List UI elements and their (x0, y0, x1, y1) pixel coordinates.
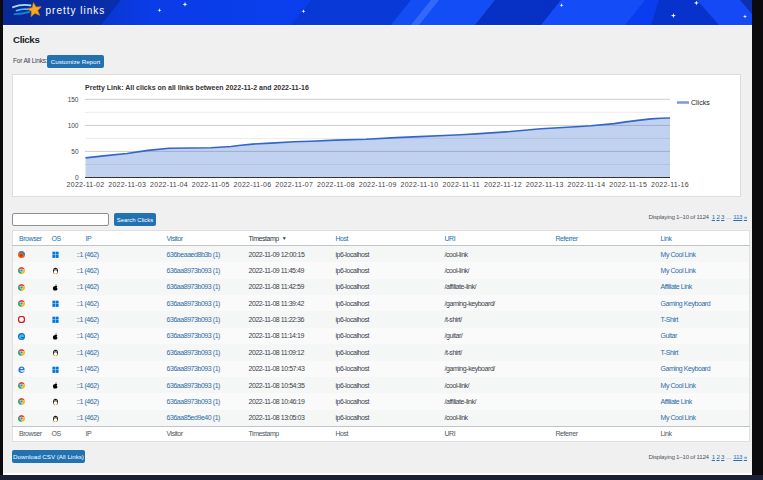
svg-text:2022-11-16: 2022-11-16 (651, 181, 689, 188)
svg-text:150: 150 (68, 96, 79, 103)
svg-text:2022-11-04: 2022-11-04 (150, 181, 188, 188)
svg-text:2022-11-08: 2022-11-08 (317, 181, 355, 188)
svg-text:2022-11-12: 2022-11-12 (484, 181, 522, 188)
svg-text:100: 100 (68, 122, 79, 129)
svg-text:2022-11-02: 2022-11-02 (67, 181, 105, 188)
svg-text:2022-11-14: 2022-11-14 (568, 181, 606, 188)
svg-text:2022-11-11: 2022-11-11 (443, 181, 480, 188)
svg-text:2022-11-15: 2022-11-15 (609, 181, 647, 188)
svg-text:2022-11-09: 2022-11-09 (359, 181, 397, 188)
svg-text:2022-11-10: 2022-11-10 (401, 181, 439, 188)
svg-text:2022-11-06: 2022-11-06 (234, 181, 272, 188)
svg-text:2022-11-07: 2022-11-07 (275, 181, 313, 188)
svg-text:Clicks: Clicks (691, 99, 710, 106)
svg-text:50: 50 (71, 148, 79, 155)
svg-text:2022-11-05: 2022-11-05 (192, 181, 230, 188)
svg-text:pretty links: pretty links (46, 5, 106, 16)
svg-text:Pretty Link: All clicks on all: Pretty Link: All clicks on all links bet… (85, 84, 309, 92)
svg-text:2022-11-03: 2022-11-03 (108, 181, 146, 188)
svg-text:2022-11-13: 2022-11-13 (526, 181, 564, 188)
svg-text:0: 0 (75, 174, 79, 181)
